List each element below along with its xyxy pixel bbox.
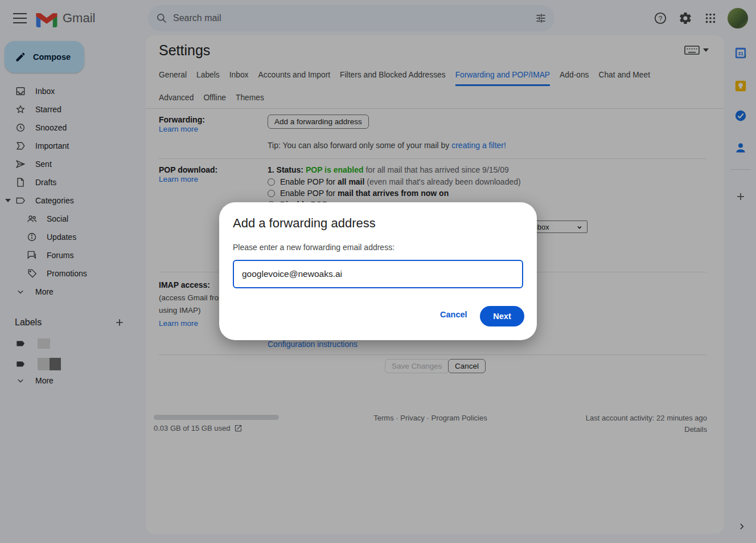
gmail-app: Gmail ? Compose Inbox (0, 0, 756, 543)
dialog-prompt: Please enter a new forwarding email addr… (233, 243, 395, 252)
dialog-next-button[interactable]: Next (480, 306, 524, 326)
add-forwarding-address-dialog: Add a forwarding address Please enter a … (219, 202, 537, 340)
dialog-title: Add a forwarding address (233, 216, 376, 231)
forwarding-email-input[interactable] (233, 260, 523, 288)
dialog-cancel-button[interactable]: Cancel (440, 310, 467, 319)
